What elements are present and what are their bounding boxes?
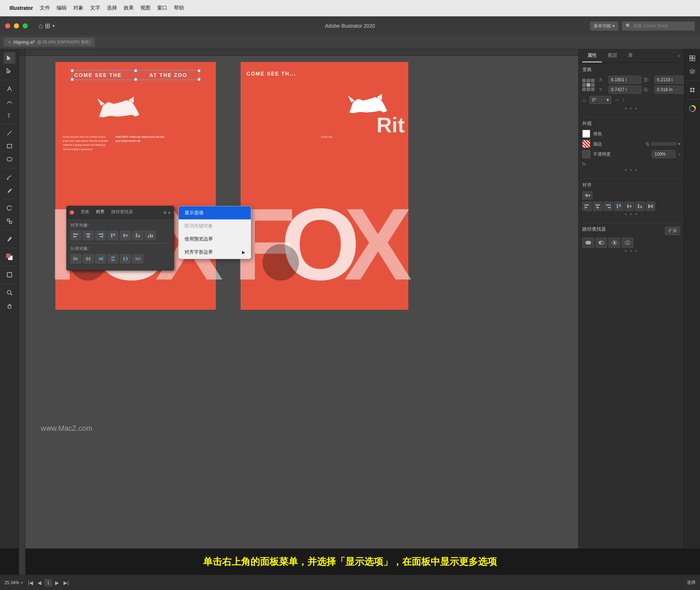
align-middle-btn[interactable] [120, 231, 131, 240]
align-bar-chart-btn[interactable] [145, 231, 156, 240]
ref-bm[interactable] [587, 87, 590, 91]
reference-point-grid[interactable] [582, 79, 595, 91]
distribute-gap-v-btn[interactable] [108, 254, 118, 263]
y-input[interactable] [608, 86, 641, 94]
curvature-tool[interactable] [4, 96, 15, 108]
panel-tab-properties[interactable]: 属性 [582, 49, 602, 62]
brush-tool[interactable] [4, 171, 15, 183]
page-first-btn[interactable]: |◀ [27, 579, 35, 586]
menu-file[interactable]: 文件 [40, 5, 50, 11]
flip-v-icon[interactable]: ↕ [622, 97, 625, 103]
app-name[interactable]: Illustrator [9, 5, 33, 11]
direct-select-tool[interactable] [4, 65, 15, 77]
fullscreen-window-button[interactable] [23, 23, 28, 28]
rotate-tool[interactable] [4, 202, 15, 214]
ref-mr[interactable] [591, 83, 595, 87]
menu-text[interactable]: 文字 [90, 5, 100, 11]
scale-tool[interactable] [4, 215, 15, 227]
distribute-evenspace-btn[interactable] [132, 254, 143, 263]
workspace-button[interactable]: 基本功能 ▾ [590, 22, 618, 31]
align-bottom-btn[interactable] [132, 231, 143, 240]
select-tool[interactable] [4, 52, 15, 64]
pf-intersect-btn[interactable] [608, 238, 620, 248]
type-tool[interactable]: T [4, 109, 15, 121]
panel-align-bottom-btn[interactable] [635, 202, 645, 211]
zoom-dropdown-icon[interactable]: ▾ [21, 580, 23, 585]
align-key-object-dropdown[interactable]: ⊕ ▾ [582, 191, 592, 199]
canvas-area[interactable]: COME SEE THE AT THE ZOO F O X [19, 49, 578, 575]
pathfinder-more-btn[interactable]: • • • [582, 248, 680, 254]
panel-align-center-h-btn[interactable] [593, 202, 602, 211]
fp-tab-pathfinder[interactable]: 路径查找器 [108, 208, 136, 216]
align-more-btn[interactable]: • • • [582, 211, 680, 218]
ref-br[interactable] [591, 87, 595, 91]
stroke-dropdown-arrow[interactable]: ▾ [678, 141, 680, 146]
panel-align-left-btn[interactable] [582, 202, 592, 211]
height-input[interactable] [654, 86, 684, 94]
page-number[interactable]: 1 [44, 579, 52, 586]
ref-tm[interactable] [587, 79, 590, 82]
ref-bl[interactable] [582, 87, 586, 91]
hand-tool[interactable] [4, 300, 15, 312]
menu-edit[interactable]: 编辑 [57, 5, 67, 11]
document-tab[interactable]: ✕ Aligning.ai* @ 25.34% (CMYK/GPU 预览) [4, 38, 95, 47]
panel-align-right-btn[interactable] [603, 202, 613, 211]
ctx-show-options[interactable]: 显示选项 [179, 206, 251, 219]
stock-search-bar[interactable]: 🔍 搜索 Adobe Stock [622, 22, 695, 31]
minimize-window-button[interactable] [14, 23, 19, 28]
ctx-use-preview-bounds[interactable]: 使用预览边界 [179, 233, 251, 246]
floating-panel-menu-icon[interactable]: ≡ [163, 210, 166, 215]
align-right-btn[interactable] [95, 231, 106, 240]
angle-select[interactable]: 0° ▾ [590, 96, 611, 104]
ctx-align-glyph[interactable]: 对齐字形边界 ▶ [179, 246, 251, 259]
panel-tab-library[interactable]: 库 [623, 49, 638, 62]
home-icon[interactable]: ⌂ [39, 22, 43, 30]
rect-tool[interactable] [4, 140, 15, 152]
fp-tab-align[interactable]: 对齐 [93, 208, 108, 216]
eyedropper-tool[interactable] [4, 233, 15, 245]
pf-minus-front-btn[interactable] [595, 238, 607, 248]
ellipse-tool[interactable] [4, 153, 15, 165]
ref-mm[interactable] [587, 83, 590, 87]
distribute-gap-h-btn[interactable] [120, 254, 131, 263]
fp-tab-transform[interactable]: 变换 [78, 208, 92, 216]
panel-distribute-v-btn[interactable] [646, 202, 655, 211]
transform-more-btn[interactable]: • • • [582, 105, 680, 112]
distribute-left-btn[interactable] [70, 254, 81, 263]
layout-icon[interactable]: ⊞ [45, 22, 50, 30]
fx-label[interactable]: fx. [582, 161, 587, 167]
zoom-tool[interactable] [4, 287, 15, 298]
pencil-tool[interactable] [4, 184, 15, 196]
stroke-up-down-icon[interactable]: ⇅ [645, 141, 650, 147]
pf-unite-btn[interactable] [582, 238, 594, 248]
close-window-button[interactable] [5, 23, 10, 28]
line-tool[interactable] [4, 127, 15, 139]
page-last-btn[interactable]: ▶| [62, 579, 70, 586]
color-swatch-tool[interactable] [4, 251, 15, 263]
menu-help[interactable]: 帮助 [174, 5, 184, 11]
opacity-arrow-icon[interactable]: › [678, 151, 680, 157]
cc-libraries-icon[interactable] [687, 85, 698, 95]
ref-tr[interactable] [591, 79, 595, 82]
stroke-dropdown[interactable] [651, 142, 677, 145]
distribute-center-h-btn[interactable] [83, 254, 94, 263]
stroke-color-swatch[interactable] [582, 140, 590, 148]
x-input[interactable] [608, 76, 641, 84]
layers-icon[interactable] [687, 66, 698, 77]
align-center-h-btn[interactable] [83, 231, 94, 240]
ref-tl[interactable] [582, 79, 586, 82]
menu-view[interactable]: 视图 [140, 5, 151, 11]
pen-tool[interactable] [4, 83, 15, 95]
opacity-input[interactable]: 100% [652, 150, 676, 158]
flip-h-icon[interactable]: ↔ [614, 97, 619, 103]
ref-ml[interactable] [582, 83, 586, 87]
panel-tab-layers[interactable]: 图层 [603, 49, 622, 62]
appearance-more-btn[interactable]: • • • [582, 167, 680, 173]
page-prev-btn[interactable]: ◀ [36, 579, 43, 586]
menu-effect[interactable]: 效果 [124, 5, 134, 11]
panel-expand-icon[interactable]: » [678, 53, 680, 58]
artboard-tool[interactable] [4, 269, 15, 281]
tab-close-button[interactable]: ✕ [8, 40, 11, 44]
menu-select[interactable]: 选择 [107, 5, 117, 11]
align-left-btn[interactable] [70, 231, 81, 240]
